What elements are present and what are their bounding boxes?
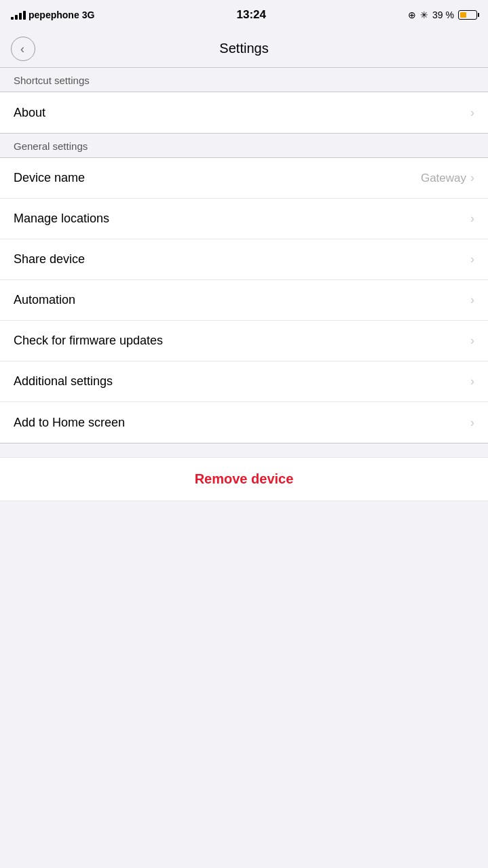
remove-device-section: Remove device — [0, 457, 488, 501]
device-name-value: Gateway — [421, 172, 466, 185]
location-icon: ⊕ — [408, 9, 416, 20]
general-settings-section: Device name Gateway › Manage locations ›… — [0, 158, 488, 443]
check-firmware-row-right: › — [470, 334, 474, 348]
general-settings-header: General settings — [0, 134, 488, 158]
back-chevron-icon: ‹ — [20, 43, 24, 55]
automation-row-right: › — [470, 293, 474, 307]
add-home-screen-chevron-icon: › — [470, 416, 474, 430]
battery-icon — [458, 10, 477, 20]
about-label: About — [14, 106, 45, 120]
shortcut-settings-header: Shortcut settings — [0, 68, 488, 92]
manage-locations-row[interactable]: Manage locations › — [0, 199, 488, 239]
status-time: 13:24 — [236, 8, 265, 22]
check-firmware-row[interactable]: Check for firmware updates › — [0, 321, 488, 361]
manage-locations-chevron-icon: › — [470, 212, 474, 226]
add-home-screen-row[interactable]: Add to Home screen › — [0, 402, 488, 443]
status-left: pepephone 3G — [11, 9, 94, 20]
additional-settings-label: Additional settings — [14, 374, 113, 389]
share-device-chevron-icon: › — [470, 252, 474, 267]
device-name-row[interactable]: Device name Gateway › — [0, 158, 488, 199]
section-spacer — [0, 443, 488, 457]
status-right: ⊕ ✳ 39 % — [408, 9, 477, 20]
about-row-right: › — [470, 106, 474, 120]
signal-bars-icon — [11, 10, 26, 20]
check-firmware-chevron-icon: › — [470, 334, 474, 348]
automation-chevron-icon: › — [470, 293, 474, 307]
nav-bar: ‹ Settings — [0, 30, 488, 68]
shortcut-settings-section: About › — [0, 92, 488, 134]
battery-percent: 39 % — [432, 9, 454, 20]
automation-label: Automation — [14, 293, 75, 307]
bottom-area — [0, 501, 488, 596]
bluetooth-icon: ✳ — [420, 9, 428, 20]
remove-device-button[interactable]: Remove device — [195, 471, 294, 487]
automation-row[interactable]: Automation › — [0, 280, 488, 321]
add-home-screen-row-right: › — [470, 416, 474, 430]
status-bar: pepephone 3G 13:24 ⊕ ✳ 39 % — [0, 0, 488, 30]
check-firmware-label: Check for firmware updates — [14, 334, 163, 348]
back-button[interactable]: ‹ — [11, 37, 35, 61]
device-name-label: Device name — [14, 171, 85, 185]
about-row[interactable]: About › — [0, 92, 488, 133]
network-type: 3G — [82, 9, 95, 20]
add-home-screen-label: Add to Home screen — [14, 416, 125, 430]
manage-locations-label: Manage locations — [14, 212, 109, 226]
about-chevron-icon: › — [470, 106, 474, 120]
share-device-row-right: › — [470, 252, 474, 267]
device-name-chevron-icon: › — [470, 171, 474, 185]
device-name-row-right: Gateway › — [421, 171, 474, 185]
share-device-row[interactable]: Share device › — [0, 239, 488, 280]
additional-settings-chevron-icon: › — [470, 374, 474, 389]
manage-locations-row-right: › — [470, 212, 474, 226]
carrier-name: pepephone — [29, 9, 79, 20]
page-title: Settings — [219, 41, 268, 56]
additional-settings-row-right: › — [470, 374, 474, 389]
additional-settings-row[interactable]: Additional settings › — [0, 361, 488, 402]
share-device-label: Share device — [14, 252, 85, 267]
